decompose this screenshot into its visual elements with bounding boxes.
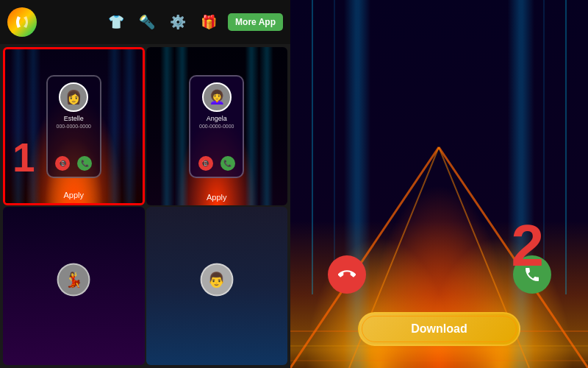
contact-name-2: Angela <box>207 115 227 122</box>
app-logo[interactable] <box>7 7 37 37</box>
settings-icon[interactable]: ⚙️ <box>166 10 190 34</box>
apply-label-1: Apply <box>63 191 84 199</box>
right-content: Download <box>290 0 588 368</box>
card-2[interactable]: 👩‍🦱 Angela 000-0000-0000 📵 📞 Apply <box>146 47 288 205</box>
avatar-angela: 👩‍🦱 <box>202 82 232 112</box>
contact-name-1: Estelle <box>64 115 84 122</box>
answer-call-btn-1[interactable]: 📞 <box>77 156 92 171</box>
left-panel: 👕 🔦 ⚙️ 🎁 More App 👩 Estelle 000-0000-000… <box>0 0 290 368</box>
answer-call-btn-2[interactable]: 📞 <box>220 156 235 171</box>
large-end-call-btn[interactable] <box>328 255 366 294</box>
phone-frame-2: 👩‍🦱 Angela 000-0000-0000 📵 📞 <box>189 75 244 178</box>
avatar-small-2: 👨 <box>200 263 233 296</box>
step-number-1: 1 <box>12 134 35 181</box>
end-call-btn-1[interactable]: 📵 <box>55 156 70 171</box>
flashlight-icon[interactable]: 🔦 <box>135 10 159 34</box>
apply-label-2: Apply <box>207 193 227 202</box>
avatar-small-1: 💃 <box>57 263 90 296</box>
shirt-icon[interactable]: 👕 <box>104 10 128 34</box>
download-button[interactable]: Download <box>358 312 520 346</box>
call-buttons-2: 📵 📞 <box>198 153 235 171</box>
end-call-btn-2[interactable]: 📵 <box>198 156 213 171</box>
top-bar: 👕 🔦 ⚙️ 🎁 More App <box>0 0 290 44</box>
card-1[interactable]: 👩 Estelle 000-0000-0000 📵 📞 Apply 1 <box>3 47 145 205</box>
contact-number-1: 000-0000-0000 <box>57 124 92 129</box>
step-number-2: 2 <box>512 212 545 280</box>
more-app-button[interactable]: More App <box>228 13 283 31</box>
avatar-estelle: 👩 <box>59 82 88 112</box>
card-4[interactable]: 👨 <box>146 207 288 365</box>
phone-frame-1: 👩 Estelle 000-0000-0000 📵 📞 <box>46 75 101 178</box>
right-panel: Download 2 <box>290 0 588 368</box>
card-grid: 👩 Estelle 000-0000-0000 📵 📞 Apply 1 👩‍🦱 <box>0 44 290 368</box>
call-buttons-1: 📵 📞 <box>55 153 92 171</box>
card-3[interactable]: 💃 <box>3 207 145 365</box>
contact-number-2: 000-0000-0000 <box>199 124 234 129</box>
gift-icon[interactable]: 🎁 <box>197 10 220 34</box>
